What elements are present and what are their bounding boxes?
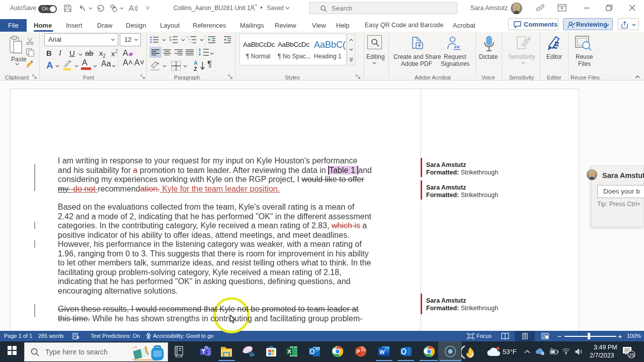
svg-text:xw: xw — [454, 44, 460, 49]
svg-text:P: P — [356, 348, 360, 354]
svg-text:25: 25 — [629, 352, 634, 357]
svg-text:W: W — [379, 349, 385, 355]
